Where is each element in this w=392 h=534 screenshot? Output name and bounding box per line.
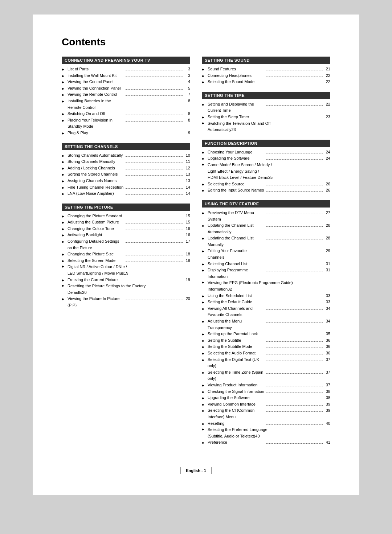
bullet-icon: ◆ (62, 240, 67, 245)
toc-item: ◆Upgrading the Software24 (202, 155, 330, 162)
toc-item: ◆Viewing Product Information37 (202, 382, 330, 389)
bullet-icon: ◆ (202, 300, 207, 305)
bullet-icon: ◆ (62, 67, 67, 72)
toc-item: ◆Selecting the Audio Format36 (202, 350, 330, 357)
toc-item: ◆Viewing the EPG (Electronic Programme G… (202, 280, 330, 292)
bullet-icon: ◆ (62, 93, 67, 98)
toc-item: ◆Selecting the Preferred Language(Subtit… (202, 427, 330, 439)
toc-item: ◆Plug & Play9 (62, 130, 190, 136)
bullet-icon: ◆ (202, 352, 207, 356)
bullet-icon: ◆ (62, 112, 67, 117)
toc-item: ◆LNA (Low Noise Amplifier)14 (62, 190, 190, 197)
toc-item: ◆Setting the Default Guide33 (202, 299, 330, 305)
toc-item: ◆Viewing the Connection Panel5 (62, 85, 190, 92)
toc-section: CONNECTING AND PREPARING YOUR TV◆List of… (62, 57, 190, 136)
bullet-icon: ◆ (62, 131, 67, 136)
section-header: USING THE DTV FEATURE (202, 200, 330, 208)
toc-item: ◆Selecting the Source26 (202, 181, 330, 188)
toc-section: FUNCTION DESCRIPTION◆Choosing Your Langu… (202, 140, 330, 194)
toc-item: ◆Displaying Programme Information31 (202, 267, 330, 280)
bullet-icon: ◆ (202, 182, 207, 187)
toc-item: ◆Changing the Picture Size18 (62, 251, 190, 258)
bullet-icon: ◆ (202, 390, 207, 395)
toc-item: ◆Resetting the Picture Settings to the F… (62, 283, 190, 296)
bullet-icon: ◆ (62, 233, 67, 238)
toc-item: ◆Choosing Your Language24 (202, 149, 330, 156)
toc-item: ◆Storing Channels Automatically10 (62, 152, 190, 159)
toc-item: ◆Fine Tuning Channel Reception14 (62, 184, 190, 191)
bullet-icon: ◆ (202, 383, 207, 388)
bullet-icon: ◆ (62, 186, 67, 190)
bullet-icon: ◆ (202, 441, 207, 445)
bullet-icon: ◆ (202, 262, 207, 267)
bullet-icon: ◆ (62, 87, 67, 91)
bullet-icon: ◆ (62, 227, 67, 232)
toc-item: ◆Adjusting the Custom Picture15 (62, 219, 190, 226)
section-header: SETTING THE PICTURE (62, 204, 190, 211)
toc-section: USING THE DTV FEATURE◆Previewing the DTV… (202, 200, 330, 446)
toc-item: ◆Sound Features21 (202, 66, 330, 73)
toc-section: SETTING THE SOUND◆Sound Features21◆Conne… (202, 57, 330, 85)
bullet-icon: ◆ (62, 297, 67, 302)
section-header: FUNCTION DESCRIPTION (202, 140, 330, 147)
toc-item: ◆Switching On and Off8 (62, 111, 190, 117)
bullet-icon: ◆ (202, 157, 207, 161)
section-header: SETTING THE SOUND (202, 57, 330, 64)
bullet-icon: ◆ (202, 121, 207, 126)
toc-section: SETTING THE CHANNELS◆Storing Channels Au… (62, 143, 190, 197)
bullet-icon: ◆ (62, 167, 67, 171)
bullet-icon: ◆ (62, 173, 67, 177)
toc-item: ◆Game Mode/ Blue Screen / Melody /Light … (202, 162, 330, 181)
toc-item: ◆Selecting the CI (Common Interface) Men… (202, 407, 330, 420)
bullet-icon: ◆ (202, 151, 207, 155)
bullet-icon: ◆ (62, 160, 67, 165)
bullet-icon: ◆ (62, 278, 67, 283)
toc-item: ◆Viewing the Control Panel4 (62, 79, 190, 85)
bullet-icon: ◆ (202, 80, 207, 85)
bullet-icon: ◆ (62, 99, 67, 104)
toc-item: ◆Viewing All Channels and Favourite Chan… (202, 305, 330, 318)
right-column: SETTING THE SOUND◆Sound Features21◆Conne… (202, 57, 330, 452)
bullet-icon: ◆ (202, 427, 207, 432)
bullet-icon: ◆ (202, 307, 207, 312)
toc-item: ◆Installing Batteries in the Remote Cont… (62, 98, 190, 111)
toc-item: ◆Setting the Subtitle36 (202, 337, 330, 344)
toc-item: ◆Changing the Colour Tone16 (62, 226, 190, 232)
toc-item: ◆Viewing the Remote Control7 (62, 91, 190, 98)
bullet-icon: ◆ (202, 422, 207, 427)
bullet-icon: ◆ (202, 249, 207, 254)
toc-item: ◆Preference41 (202, 439, 330, 446)
section-header: CONNECTING AND PREPARING YOUR TV (62, 57, 190, 64)
toc-item: ◆Upgrading the Software38 (202, 395, 330, 401)
toc-item: ◆Selecting the Screen Mode18 (62, 258, 190, 264)
bullet-icon: ◆ (202, 189, 207, 193)
toc-item: ◆Selecting the Digital Text (UK only)37 (202, 357, 330, 369)
toc-item: ◆Checking the Signal Information38 (202, 389, 330, 395)
toc-item: ◆Viewing the Picture In Picture (PIP)20 (62, 296, 190, 308)
toc-item: ◆Selecting the Sound Mode22 (202, 79, 330, 85)
bullet-icon: ◆ (202, 268, 207, 273)
bullet-icon: ◆ (62, 80, 67, 85)
toc-item: ◆Editing the Input Source Names26 (202, 187, 330, 194)
bullet-icon: ◆ (202, 371, 207, 375)
left-column: CONNECTING AND PREPARING YOUR TV◆List of… (62, 57, 190, 452)
bullet-icon: ◆ (202, 332, 207, 337)
bullet-icon: ◆ (202, 211, 207, 216)
toc-item: ◆Editing Your Favourite Channels29 (202, 248, 330, 260)
bullet-icon: ◆ (202, 237, 207, 241)
toc-item: ◆Previewing the DTV Menu System27 (202, 210, 330, 222)
toc-item: ◆Setting the Subtitle Mode36 (202, 344, 330, 350)
toc-item: ◆Resetting40 (202, 420, 330, 427)
bullet-icon: ◆ (62, 119, 67, 123)
toc-item: ◆Updating the Channel List Manually28 (202, 235, 330, 248)
toc-item: ◆Installing the Wall Mount Kit3 (62, 73, 190, 79)
bullet-icon: ◆ (202, 339, 207, 344)
bullet-icon: ◆ (62, 264, 67, 269)
bullet-icon: ◆ (202, 74, 207, 79)
bullet-icon: ◆ (62, 284, 67, 288)
bullet-icon: ◆ (202, 280, 207, 285)
bullet-icon: ◆ (202, 103, 207, 107)
bullet-icon: ◆ (202, 396, 207, 401)
toc-item: ◆Using the Scheduled List33 (202, 293, 330, 299)
page-title: Contents (62, 36, 330, 48)
